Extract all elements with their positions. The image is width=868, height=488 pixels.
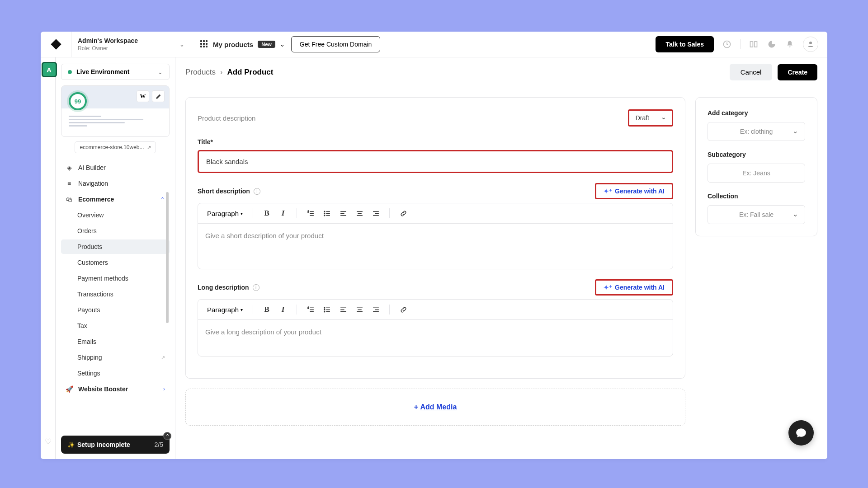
nav-orders[interactable]: Orders <box>61 224 170 238</box>
site-preview[interactable]: 99 W <box>61 85 170 137</box>
collapse-icon[interactable]: ⌃ <box>163 432 171 440</box>
divider <box>253 208 253 218</box>
svg-text:1: 1 <box>307 211 309 213</box>
bold-button[interactable]: B <box>260 207 273 220</box>
short-description-textarea[interactable]: Give a short description of your product <box>198 224 673 269</box>
nav-label: Navigation <box>78 180 108 187</box>
heart-icon[interactable]: ♡ <box>45 437 52 446</box>
nav-emails[interactable]: Emails <box>61 334 170 349</box>
align-left-button[interactable] <box>337 207 349 220</box>
align-right-button[interactable] <box>369 207 382 220</box>
long-description-textarea[interactable]: Give a long description of your product <box>198 320 673 356</box>
caret-down-icon: ▾ <box>241 211 243 216</box>
layers-icon: ◈ <box>66 164 73 171</box>
category-label: Add category <box>708 109 805 117</box>
nav-label: Website Booster <box>78 385 128 393</box>
performance-score: 99 <box>69 92 87 110</box>
rocket-icon: 🚀 <box>66 385 73 393</box>
bullet-list-button[interactable] <box>321 303 333 316</box>
long-description-label: Long description i <box>198 284 259 291</box>
site-avatar[interactable]: A <box>42 62 57 77</box>
chevron-down-icon: ⌄ <box>179 41 184 48</box>
nav-ecommerce[interactable]: 🛍Ecommerce⌃ <box>61 192 170 206</box>
nav-payouts[interactable]: Payouts <box>61 303 170 317</box>
align-left-button[interactable] <box>337 303 349 316</box>
bell-icon[interactable] <box>785 39 795 49</box>
nav-tax[interactable]: Tax <box>61 319 170 333</box>
talk-to-sales-button[interactable]: Talk to Sales <box>656 36 714 52</box>
title-input[interactable] <box>198 150 673 173</box>
clock-icon[interactable] <box>722 39 732 49</box>
chart-icon[interactable] <box>767 39 777 49</box>
paragraph-dropdown[interactable]: Paragraph▾ <box>204 304 245 315</box>
italic-button[interactable]: I <box>277 303 289 316</box>
setup-incomplete-banner[interactable]: ✨ Setup incomplete 2/5 ⌃ <box>61 436 170 454</box>
bullet-list-button[interactable] <box>321 207 333 220</box>
environment-selector[interactable]: Live Environment ⌄ <box>61 64 170 80</box>
edit-button[interactable] <box>152 90 165 102</box>
button-label: Generate with AI <box>615 284 665 291</box>
brand-logo[interactable] <box>41 32 71 57</box>
scrollbar[interactable] <box>166 192 169 323</box>
align-right-button[interactable] <box>369 303 382 316</box>
align-center-button[interactable] <box>353 207 366 220</box>
italic-button[interactable]: I <box>277 207 289 220</box>
add-media-card[interactable]: +Add Media <box>185 389 685 426</box>
breadcrumb-products[interactable]: Products <box>185 68 216 77</box>
info-icon[interactable]: i <box>254 188 260 195</box>
divider <box>297 305 297 314</box>
environment-label: Live Environment <box>76 68 129 75</box>
divider <box>740 39 741 49</box>
button-label: Generate with AI <box>615 188 665 195</box>
link-button[interactable] <box>397 207 410 220</box>
grid-icon <box>200 40 208 48</box>
wordpress-button[interactable]: W <box>137 90 149 102</box>
nav-payment-methods[interactable]: Payment methods <box>61 271 170 286</box>
link-button[interactable] <box>397 303 410 316</box>
nav-products[interactable]: Products <box>61 239 170 254</box>
bag-icon: 🛍 <box>66 196 73 203</box>
bold-button[interactable]: B <box>260 303 273 316</box>
generate-with-ai-button-short[interactable]: ✦⁺ Generate with AI <box>595 183 673 199</box>
nav-customers[interactable]: Customers <box>61 255 170 270</box>
ordered-list-button[interactable]: 1 <box>304 207 317 220</box>
nav-overview[interactable]: Overview <box>61 208 170 222</box>
divider <box>253 305 253 314</box>
nav-label: Shipping <box>77 354 102 361</box>
category-select[interactable]: Ex: clothing <box>708 122 805 141</box>
nav-settings[interactable]: Settings <box>61 366 170 380</box>
user-avatar[interactable] <box>803 37 818 52</box>
divider <box>389 208 390 218</box>
site-url-chip[interactable]: ecommerce-store.10web... ↗ <box>75 141 156 153</box>
nav-website-booster[interactable]: 🚀Website Booster› <box>61 382 170 396</box>
setup-label: Setup incomplete <box>77 441 130 448</box>
get-custom-domain-button[interactable]: Get Free Custom Domain <box>291 36 381 52</box>
add-media-link[interactable]: Add Media <box>420 403 457 411</box>
svg-point-5 <box>324 215 325 216</box>
paragraph-dropdown[interactable]: Paragraph▾ <box>204 208 245 219</box>
align-center-button[interactable] <box>353 303 366 316</box>
site-url: ecommerce-store.10web... <box>80 144 144 150</box>
nav-ai-builder[interactable]: ◈AI Builder <box>61 160 170 175</box>
external-link-icon: ↗ <box>147 145 151 150</box>
ordered-list-button[interactable]: 1 <box>304 303 317 316</box>
nav-navigation[interactable]: ≡Navigation <box>61 176 170 191</box>
title-label: Title* <box>198 138 673 145</box>
chevron-up-icon: ⌃ <box>160 196 165 203</box>
info-icon[interactable]: i <box>253 284 259 291</box>
collection-select[interactable]: Ex: Fall sale <box>708 205 805 224</box>
nav-transactions[interactable]: Transactions <box>61 287 170 301</box>
create-button[interactable]: Create <box>778 64 817 80</box>
subcategory-select[interactable]: Ex: Jeans <box>708 164 805 183</box>
editor-toolbar: Paragraph▾ B I 1 <box>198 300 673 320</box>
workspace-selector[interactable]: Admin's Workspace Role: Owner ⌄ <box>71 32 191 57</box>
generate-with-ai-button-long[interactable]: ✦⁺ Generate with AI <box>595 279 673 296</box>
chat-fab[interactable] <box>788 420 814 446</box>
nav-shipping[interactable]: Shipping↗ <box>61 350 170 365</box>
subcategory-label: Subcategory <box>708 151 805 158</box>
my-products-dropdown[interactable]: My products New ⌄ <box>200 40 285 48</box>
status-dropdown[interactable]: Draft <box>628 109 673 127</box>
book-icon[interactable] <box>749 39 759 49</box>
status-dot-icon <box>68 70 72 74</box>
cancel-button[interactable]: Cancel <box>730 64 773 80</box>
